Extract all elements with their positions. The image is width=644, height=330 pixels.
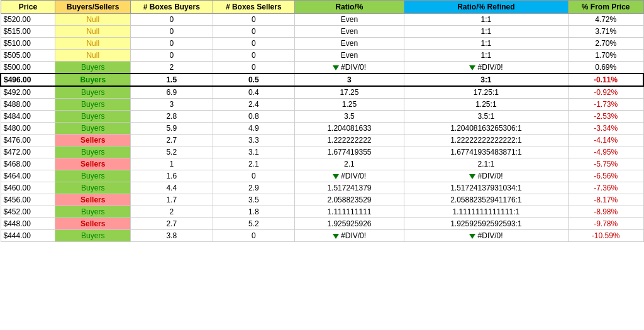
cell-ratio: Even	[294, 38, 404, 50]
table-row: $484.00Buyers2.80.83.53.5:1-2.53%	[1, 111, 643, 123]
cell-boxes-sellers: 0	[213, 14, 294, 26]
cell-price: $500.00	[1, 62, 55, 74]
cell-boxes-sellers: 3.5	[213, 194, 294, 206]
data-table: Price Buyers/Sellers # Boxes Buyers # Bo…	[0, 0, 644, 242]
col-header-buyers-sellers: Buyers/Sellers	[55, 1, 131, 14]
table-row: $488.00Buyers32.41.251.25:1-1.73%	[1, 99, 643, 111]
cell-ratio: 3	[294, 74, 404, 86]
cell-ratio-refined: 3:1	[404, 74, 568, 86]
cell-ratio: Even	[294, 14, 404, 26]
cell-boxes-sellers: 3.1	[213, 146, 294, 158]
table-row: $452.00Buyers21.81.1111111111.1111111111…	[1, 206, 643, 218]
cell-ratio-refined: 1.51724137931034:1	[404, 182, 568, 194]
cell-from-price: -8.17%	[568, 194, 643, 206]
cell-boxes-buyers: 5.2	[131, 146, 213, 158]
table-row: $444.00Buyers3.80 #DIV/0! #DIV/0!-10.59%	[1, 230, 643, 242]
cell-boxes-sellers: 2.4	[213, 99, 294, 111]
cell-ratio: #DIV/0!	[294, 230, 404, 242]
cell-ratio: 1.111111111	[294, 206, 404, 218]
cell-price: $510.00	[1, 38, 55, 50]
cell-ratio: 2.058823529	[294, 194, 404, 206]
table-row: $496.00Buyers1.50.533:1-0.11%	[1, 74, 643, 86]
cell-price: $468.00	[1, 158, 55, 170]
cell-boxes-buyers: 1	[131, 158, 213, 170]
cell-ratio-refined: #DIV/0!	[404, 62, 568, 74]
triangle-icon	[333, 65, 339, 70]
cell-price: $452.00	[1, 206, 55, 218]
cell-ratio: 1.25	[294, 99, 404, 111]
table-row: $492.00Buyers6.90.417.2517.25:1-0.92%	[1, 86, 643, 99]
cell-ratio: 17.25	[294, 86, 404, 99]
cell-price: $448.00	[1, 218, 55, 230]
triangle-icon	[469, 174, 475, 179]
cell-from-price: -9.78%	[568, 218, 643, 230]
cell-from-price: -8.98%	[568, 206, 643, 218]
cell-from-price: 4.72%	[568, 14, 643, 26]
cell-price: $505.00	[1, 50, 55, 62]
cell-buyers-sellers: Buyers	[55, 123, 131, 135]
table-row: $456.00Sellers1.73.52.0588235292.0588235…	[1, 194, 643, 206]
cell-price: $472.00	[1, 146, 55, 158]
cell-boxes-buyers: 0	[131, 38, 213, 50]
cell-from-price: -6.56%	[568, 170, 643, 182]
cell-buyers-sellers: Buyers	[55, 182, 131, 194]
cell-price: $464.00	[1, 170, 55, 182]
col-header-price: Price	[1, 1, 55, 14]
cell-ratio-refined: 3.5:1	[404, 111, 568, 123]
cell-ratio: 2.1	[294, 158, 404, 170]
cell-ratio: 1.204081633	[294, 123, 404, 135]
cell-boxes-sellers: 0.8	[213, 111, 294, 123]
table-body: $520.00Null00Even1:14.72%$515.00Null00Ev…	[1, 14, 643, 242]
cell-boxes-sellers: 5.2	[213, 218, 294, 230]
cell-boxes-buyers: 2.7	[131, 218, 213, 230]
cell-buyers-sellers: Buyers	[55, 86, 131, 99]
cell-buyers-sellers: Null	[55, 38, 131, 50]
cell-boxes-buyers: 3.8	[131, 230, 213, 242]
cell-from-price: -0.92%	[568, 86, 643, 99]
cell-ratio: 1.222222222	[294, 135, 404, 146]
cell-boxes-buyers: 1.5	[131, 74, 213, 86]
cell-ratio-refined: 1.92592592592593:1	[404, 218, 568, 230]
table-row: $448.00Sellers2.75.21.9259259261.9259259…	[1, 218, 643, 230]
cell-boxes-sellers: 2.1	[213, 158, 294, 170]
cell-buyers-sellers: Sellers	[55, 218, 131, 230]
cell-from-price: -0.11%	[568, 74, 643, 86]
main-container: Price Buyers/Sellers # Boxes Buyers # Bo…	[0, 0, 644, 242]
cell-boxes-sellers: 0	[213, 38, 294, 50]
cell-boxes-sellers: 0.5	[213, 74, 294, 86]
table-row: $468.00Sellers12.12.12.1:1-5.75%	[1, 158, 643, 170]
cell-ratio-refined: 1.20408163265306:1	[404, 123, 568, 135]
cell-buyers-sellers: Sellers	[55, 158, 131, 170]
cell-from-price: 2.70%	[568, 38, 643, 50]
cell-ratio-refined: 1.67741935483871:1	[404, 146, 568, 158]
col-header-ratio-refined: Ratio/% Refined	[404, 1, 568, 14]
cell-buyers-sellers: Null	[55, 50, 131, 62]
cell-ratio-refined: 1.1111111111111:1	[404, 206, 568, 218]
table-row: $510.00Null00Even1:12.70%	[1, 38, 643, 50]
cell-price: $444.00	[1, 230, 55, 242]
cell-boxes-sellers: 0	[213, 62, 294, 74]
cell-boxes-buyers: 2	[131, 62, 213, 74]
cell-from-price: -10.59%	[568, 230, 643, 242]
cell-boxes-sellers: 2.9	[213, 182, 294, 194]
triangle-icon	[469, 65, 475, 70]
cell-buyers-sellers: Sellers	[55, 194, 131, 206]
cell-price: $488.00	[1, 99, 55, 111]
table-row: $464.00Buyers1.60 #DIV/0! #DIV/0!-6.56%	[1, 170, 643, 182]
cell-boxes-sellers: 1.8	[213, 206, 294, 218]
cell-price: $496.00	[1, 74, 55, 86]
cell-ratio-refined: 2.1:1	[404, 158, 568, 170]
cell-from-price: -1.73%	[568, 99, 643, 111]
table-row: $476.00Sellers2.73.31.2222222221.2222222…	[1, 135, 643, 146]
cell-buyers-sellers: Null	[55, 14, 131, 26]
cell-boxes-sellers: 3.3	[213, 135, 294, 146]
table-row: $472.00Buyers5.23.11.6774193551.67741935…	[1, 146, 643, 158]
cell-ratio: Even	[294, 50, 404, 62]
cell-from-price: -2.53%	[568, 111, 643, 123]
cell-boxes-buyers: 0	[131, 26, 213, 38]
cell-boxes-sellers: 4.9	[213, 123, 294, 135]
cell-ratio-refined: 1:1	[404, 26, 568, 38]
table-row: $480.00Buyers5.94.91.2040816331.20408163…	[1, 123, 643, 135]
cell-price: $480.00	[1, 123, 55, 135]
col-header-boxes-sellers: # Boxes Sellers	[213, 1, 294, 14]
